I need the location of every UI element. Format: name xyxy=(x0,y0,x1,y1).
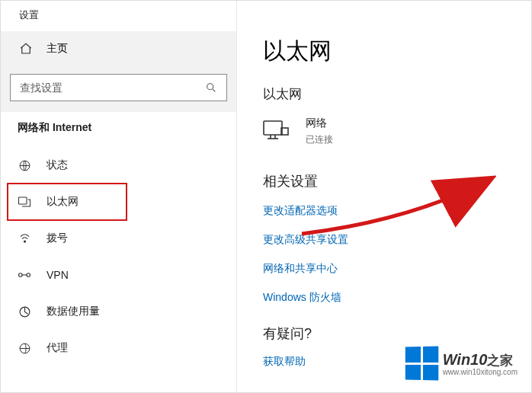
datausage-icon xyxy=(18,305,31,318)
ethernet-icon xyxy=(18,196,31,208)
search-input[interactable] xyxy=(20,81,199,94)
sidebar-item-datausage[interactable]: 数据使用量 xyxy=(1,293,236,330)
svg-point-6 xyxy=(27,273,30,277)
dialup-icon xyxy=(18,232,31,245)
sidebar: 设置 主页 网络和 Internet 状态 xyxy=(1,1,237,392)
watermark: Win10之家 www.win10xitong.com xyxy=(405,347,518,380)
proxy-icon xyxy=(18,342,31,355)
home-icon xyxy=(19,42,33,56)
network-entry[interactable]: 网络 已连接 xyxy=(263,117,531,146)
sidebar-item-status[interactable]: 状态 xyxy=(1,147,236,184)
network-status: 已连接 xyxy=(306,133,333,146)
sidebar-item-ethernet[interactable]: 以太网 xyxy=(1,184,236,220)
page-title: 以太网 xyxy=(263,36,531,67)
page-subtitle: 以太网 xyxy=(263,85,531,103)
sidebar-item-vpn[interactable]: VPN xyxy=(1,257,236,293)
nav-label: 拨号 xyxy=(46,232,68,245)
watermark-url: www.win10xitong.com xyxy=(443,368,518,376)
link-network-center[interactable]: 网络和共享中心 xyxy=(263,262,531,276)
search-box[interactable] xyxy=(10,74,227,101)
nav-label: 以太网 xyxy=(46,195,79,209)
link-adapter-options[interactable]: 更改适配器选项 xyxy=(263,204,531,218)
nav-label: 数据使用量 xyxy=(46,305,100,318)
category-heading: 网络和 Internet xyxy=(1,112,236,147)
svg-line-1 xyxy=(213,89,215,91)
search-icon[interactable] xyxy=(205,81,217,94)
window-title: 设置 xyxy=(1,1,236,31)
windows-logo-icon xyxy=(405,346,437,380)
home-label: 主页 xyxy=(46,42,68,56)
svg-point-5 xyxy=(19,273,23,277)
nav-label: VPN xyxy=(46,269,69,281)
watermark-suffix: 之家 xyxy=(487,353,513,368)
link-sharing-settings[interactable]: 更改高级共享设置 xyxy=(263,233,531,247)
nav-label: 状态 xyxy=(46,158,68,172)
monitor-icon xyxy=(263,120,289,143)
svg-rect-10 xyxy=(264,121,282,135)
svg-point-4 xyxy=(24,240,25,241)
nav-label: 代理 xyxy=(46,341,68,355)
sidebar-item-dialup[interactable]: 拨号 xyxy=(1,220,236,257)
watermark-brand: Win10 xyxy=(443,351,488,368)
link-firewall[interactable]: Windows 防火墙 xyxy=(263,291,531,305)
sidebar-item-proxy[interactable]: 代理 xyxy=(1,330,236,366)
home-nav[interactable]: 主页 xyxy=(1,31,236,66)
vpn-icon xyxy=(18,270,31,280)
network-name: 网络 xyxy=(306,117,333,130)
nav-list: 状态 以太网 拨号 VPN xyxy=(1,147,236,366)
question-heading: 有疑问? xyxy=(263,324,531,343)
globe-icon xyxy=(18,159,31,172)
svg-rect-3 xyxy=(19,197,27,204)
related-heading: 相关设置 xyxy=(263,172,531,190)
content-area: 以太网 以太网 网络 已连接 相关设置 更改适配器选项 更改高级共享设置 网络和… xyxy=(237,1,531,392)
svg-point-0 xyxy=(207,84,213,90)
